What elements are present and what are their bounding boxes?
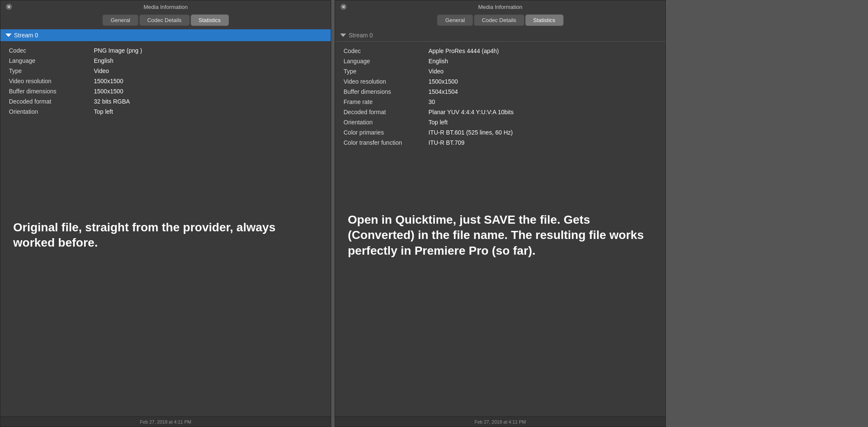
table-row: Frame rate 30 — [335, 97, 665, 107]
left-label-type: Type — [9, 67, 94, 74]
right-label-frame-rate: Frame rate — [344, 98, 428, 105]
right-value-buffer: 1504x1504 — [428, 88, 458, 95]
table-row: Type Video — [0, 66, 331, 76]
left-label-video-res: Video resolution — [9, 78, 94, 84]
left-value-video-res: 1500x1500 — [94, 78, 123, 84]
table-row: Color transfer function ITU-R BT.709 — [335, 138, 665, 148]
left-value-language: English — [94, 57, 113, 64]
right-label-codec: Codec — [344, 48, 428, 54]
right-stream-header[interactable]: Stream 0 — [335, 29, 665, 42]
left-bottom-bar: Feb 27, 2018 at 4:11 PM — [0, 416, 331, 427]
left-close-button[interactable] — [6, 3, 12, 10]
left-label-buffer: Buffer dimensions — [9, 88, 94, 95]
right-value-video-res: 1500x1500 — [428, 78, 458, 85]
right-value-color-primaries: ITU-R BT.601 (525 lines, 60 Hz) — [428, 129, 513, 136]
right-label-buffer: Buffer dimensions — [344, 88, 428, 95]
right-label-color-transfer: Color transfer function — [344, 139, 428, 146]
left-label-orientation: Orientation — [9, 108, 94, 115]
left-tab-statistics[interactable]: Statistics — [191, 14, 229, 26]
left-panel-title: Media Information — [144, 4, 188, 10]
table-row: Color primaries ITU-R BT.601 (525 lines,… — [335, 127, 665, 138]
left-timestamp: Feb 27, 2018 at 4:11 PM — [140, 419, 191, 424]
right-title-bar: Media Information — [335, 0, 665, 13]
right-panel-title: Media Information — [478, 4, 522, 10]
table-row: Video resolution 1500x1500 — [0, 76, 331, 86]
left-stream-label: Stream 0 — [14, 32, 38, 39]
table-row: Decoded format Planar YUV 4:4:4 Y:U:V:A … — [335, 107, 665, 117]
right-value-decoded: Planar YUV 4:4:4 Y:U:V:A 10bits — [428, 109, 514, 115]
right-stream-label: Stream 0 — [349, 32, 373, 39]
table-row: Decoded format 32 bits RGBA — [0, 96, 331, 107]
table-row: Orientation Top left — [335, 117, 665, 127]
right-label-video-res: Video resolution — [344, 78, 428, 85]
right-panel: Media Information General Codec Details … — [335, 0, 666, 427]
right-value-type: Video — [428, 68, 444, 75]
left-value-buffer: 1500x1500 — [94, 88, 123, 95]
right-annotation: Open in Quicktime, just SAVE the file. G… — [335, 199, 665, 267]
left-value-type: Video — [94, 67, 109, 74]
right-label-color-primaries: Color primaries — [344, 129, 428, 136]
left-annotation: Original file, straight from the provide… — [0, 207, 331, 259]
right-close-button[interactable] — [340, 3, 347, 10]
table-row: Codec Apple ProRes 4444 (ap4h) — [335, 46, 665, 56]
table-row: Buffer dimensions 1500x1500 — [0, 86, 331, 96]
left-tab-codec-details[interactable]: Codec Details — [139, 14, 190, 26]
right-tab-codec-details[interactable]: Codec Details — [474, 14, 524, 26]
right-label-orientation: Orientation — [344, 119, 428, 126]
right-value-frame-rate: 30 — [428, 98, 435, 105]
right-label-type: Type — [344, 68, 428, 75]
left-label-decoded: Decoded format — [9, 98, 94, 105]
right-value-color-transfer: ITU-R BT.709 — [428, 139, 465, 146]
left-stream-triangle — [6, 34, 11, 37]
left-value-codec: PNG Image (png ) — [94, 47, 142, 54]
left-tab-bar: General Codec Details Statistics — [0, 13, 331, 29]
right-label-decoded: Decoded format — [344, 109, 428, 115]
right-tab-general[interactable]: General — [437, 14, 473, 26]
right-tab-bar: General Codec Details Statistics — [335, 13, 665, 29]
left-stream-header[interactable]: Stream 0 — [0, 29, 331, 41]
table-row: Type Video — [335, 66, 665, 76]
left-title-bar: Media Information — [0, 0, 331, 13]
left-panel: Media Information General Codec Details … — [0, 0, 331, 427]
right-label-language: Language — [344, 58, 428, 65]
right-info-table: Codec Apple ProRes 4444 (ap4h) Language … — [335, 42, 665, 199]
left-info-table: Codec PNG Image (png ) Language English … — [0, 41, 331, 207]
table-row: Language English — [0, 56, 331, 66]
left-tab-general[interactable]: General — [102, 14, 138, 26]
right-timestamp: Feb 27, 2018 at 4:11 PM — [474, 419, 526, 424]
table-row: Orientation Top left — [0, 107, 331, 117]
table-row: Language English — [335, 56, 665, 66]
left-value-orientation: Top left — [94, 108, 113, 115]
left-label-codec: Codec — [9, 47, 94, 54]
table-row: Video resolution 1500x1500 — [335, 76, 665, 87]
left-label-language: Language — [9, 57, 94, 64]
right-bottom-bar: Feb 27, 2018 at 4:11 PM — [335, 416, 665, 427]
right-value-codec: Apple ProRes 4444 (ap4h) — [428, 48, 499, 54]
right-tab-statistics[interactable]: Statistics — [525, 14, 564, 26]
right-value-language: English — [428, 58, 448, 65]
left-value-decoded: 32 bits RGBA — [94, 98, 130, 105]
table-row: Codec PNG Image (png ) — [0, 45, 331, 56]
table-row: Buffer dimensions 1504x1504 — [335, 87, 665, 97]
right-stream-triangle — [340, 34, 346, 37]
right-value-orientation: Top left — [428, 119, 448, 126]
